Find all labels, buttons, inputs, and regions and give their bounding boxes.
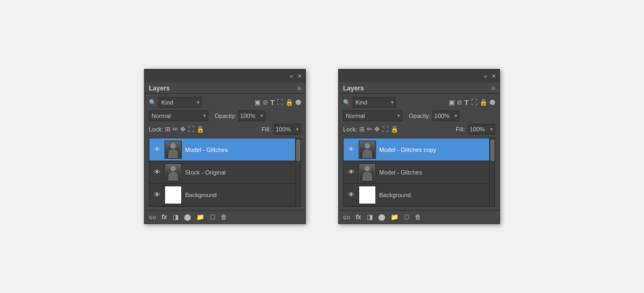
lock-all-icon[interactable]: 🔒 — [196, 125, 204, 133]
panel-body: 🔍 Kind ▣ ⊘ T ⛶ 🔒 Normal Opacity: 100% Lo… — [339, 94, 499, 210]
panel-title: Layers — [149, 85, 170, 92]
brush-icon[interactable]: ⊘ — [263, 99, 268, 106]
eye-visibility-icon[interactable]: 👁 — [347, 145, 355, 154]
mask-icon[interactable]: ⬤ — [378, 213, 385, 221]
lock-move-icon[interactable]: ✥ — [374, 125, 380, 133]
close-icon[interactable]: ✕ — [297, 73, 302, 80]
layer-name: Model - Glitches — [379, 169, 491, 176]
artboard-icon[interactable]: ⬡ — [210, 213, 215, 221]
link-layers-icon[interactable]: ɢo — [149, 214, 156, 221]
dot-indicator — [296, 100, 301, 105]
layers-list: 👁Model - Glitches👁Stock - Original👁Backg… — [149, 138, 301, 207]
lock-row: Lock: ⊞ ✏ ✥ ⛶ 🔒 Fill: 100% — [343, 124, 495, 135]
folder-icon[interactable]: 📁 — [390, 213, 399, 221]
fx-icon[interactable]: fx — [161, 213, 167, 221]
shape-icon[interactable]: ⛶ — [471, 99, 477, 106]
opacity-select[interactable]: 100% — [238, 110, 265, 121]
layer-name: Model - Glitches copy — [379, 146, 491, 153]
blend-mode-select[interactable]: Normal — [343, 110, 402, 121]
eye-visibility-icon[interactable]: 👁 — [153, 168, 161, 176]
panel-menu-icon[interactable]: ≡ — [297, 85, 301, 92]
pixel-icon[interactable]: ▣ — [255, 99, 261, 106]
layer-name: Model - Glitches — [185, 146, 297, 153]
eye-visibility-icon[interactable]: 👁 — [153, 145, 161, 154]
collapse-icon[interactable]: « — [290, 73, 293, 79]
panel-titlebar: « ✕ — [145, 69, 305, 82]
opacity-label: Opacity: — [215, 113, 236, 119]
brush-icon[interactable]: ⊘ — [457, 99, 462, 106]
panel-left: « ✕ Layers≡ 🔍 Kind ▣ ⊘ T ⛶ 🔒 Normal Opac… — [144, 69, 306, 224]
layer-thumbnail — [359, 163, 376, 182]
text-icon[interactable]: T — [464, 99, 469, 107]
layer-name: Background — [185, 192, 297, 198]
lock-icon[interactable]: 🔒 — [479, 99, 488, 106]
opacity-label: Opacity: — [409, 113, 430, 119]
fill-select[interactable]: 100% — [468, 124, 495, 135]
kind-select[interactable]: Kind — [353, 97, 396, 108]
lock-label: Lock: — [149, 126, 163, 132]
kind-row: 🔍 Kind ▣ ⊘ T ⛶ 🔒 — [149, 97, 301, 108]
lock-grid-icon[interactable]: ⊞ — [165, 125, 170, 133]
eye-visibility-icon[interactable]: 👁 — [153, 191, 161, 199]
layer-item[interactable]: 👁Stock - Original — [149, 161, 300, 184]
panel-title: Layers — [343, 85, 364, 92]
collapse-icon[interactable]: « — [484, 73, 487, 79]
scrollbar-thumb[interactable] — [296, 139, 300, 161]
blend-row: Normal Opacity: 100% — [343, 110, 495, 121]
lock-grid-icon[interactable]: ⊞ — [359, 125, 365, 133]
fill-select[interactable]: 100% — [274, 124, 301, 135]
opacity-select[interactable]: 100% — [433, 110, 460, 121]
lock-crop-icon[interactable]: ⛶ — [382, 125, 388, 133]
artboard-icon[interactable]: ⬡ — [404, 213, 409, 221]
scrollbar[interactable] — [295, 138, 300, 206]
bottom-toolbar: ɢo fx ◨ ⬤ 📁 ⬡ 🗑 — [145, 210, 305, 224]
new-adjustment-icon[interactable]: ◨ — [173, 213, 179, 221]
shape-icon[interactable]: ⛶ — [277, 99, 283, 106]
blend-row: Normal Opacity: 100% — [149, 110, 301, 121]
panel-menu-icon[interactable]: ≡ — [491, 85, 495, 92]
kind-row: 🔍 Kind ▣ ⊘ T ⛶ 🔒 — [343, 97, 495, 108]
layer-thumbnail — [359, 141, 376, 159]
layer-item[interactable]: 👁Model - Glitches copy — [344, 138, 495, 161]
eye-visibility-icon[interactable]: 👁 — [347, 191, 355, 199]
blend-mode-select[interactable]: Normal — [149, 110, 208, 121]
kind-select[interactable]: Kind — [159, 97, 202, 108]
layer-item[interactable]: 👁Model - Glitches — [344, 161, 495, 184]
fill-label: Fill: — [456, 126, 465, 132]
layer-item[interactable]: 👁Background — [344, 184, 495, 206]
trash-icon[interactable]: 🗑 — [221, 213, 227, 221]
scrollbar[interactable] — [489, 138, 495, 206]
layer-thumbnail — [359, 186, 376, 204]
text-icon[interactable]: T — [270, 99, 275, 107]
panels-container: « ✕ Layers≡ 🔍 Kind ▣ ⊘ T ⛶ 🔒 Normal Opac… — [144, 69, 500, 224]
scrollbar-thumb[interactable] — [490, 139, 495, 161]
lock-icon[interactable]: 🔒 — [285, 99, 293, 106]
lock-all-icon[interactable]: 🔒 — [390, 125, 399, 133]
layer-item[interactable]: 👁Background — [149, 184, 300, 206]
new-adjustment-icon[interactable]: ◨ — [367, 213, 373, 221]
folder-icon[interactable]: 📁 — [196, 213, 204, 221]
eye-visibility-icon[interactable]: 👁 — [347, 168, 355, 176]
panel-titlebar: « ✕ — [339, 69, 499, 82]
search-icon: 🔍 — [343, 99, 351, 106]
lock-move-icon[interactable]: ✥ — [180, 125, 186, 133]
pixel-icon[interactable]: ▣ — [449, 99, 455, 106]
fx-icon[interactable]: fx — [355, 213, 361, 221]
layer-thumbnail — [165, 141, 182, 159]
mask-icon[interactable]: ⬤ — [184, 213, 191, 221]
panel-right: « ✕ Layers≡ 🔍 Kind ▣ ⊘ T ⛶ 🔒 Normal Opac… — [338, 69, 500, 224]
panel-header: Layers≡ — [145, 82, 305, 94]
layers-list: 👁Model - Glitches copy👁Model - Glitches👁… — [343, 138, 495, 207]
link-layers-icon[interactable]: ɢo — [343, 214, 350, 221]
lock-crop-icon[interactable]: ⛶ — [188, 125, 194, 133]
trash-icon[interactable]: 🗑 — [415, 213, 421, 221]
layer-thumbnail — [165, 186, 182, 204]
panel-body: 🔍 Kind ▣ ⊘ T ⛶ 🔒 Normal Opacity: 100% Lo… — [145, 94, 305, 210]
lock-brush-icon[interactable]: ✏ — [173, 125, 178, 133]
layer-item[interactable]: 👁Model - Glitches — [149, 138, 300, 161]
dot-indicator — [490, 100, 495, 105]
layer-thumbnail — [165, 163, 182, 182]
close-icon[interactable]: ✕ — [491, 73, 496, 80]
lock-brush-icon[interactable]: ✏ — [367, 125, 372, 133]
lock-label: Lock: — [343, 126, 357, 132]
